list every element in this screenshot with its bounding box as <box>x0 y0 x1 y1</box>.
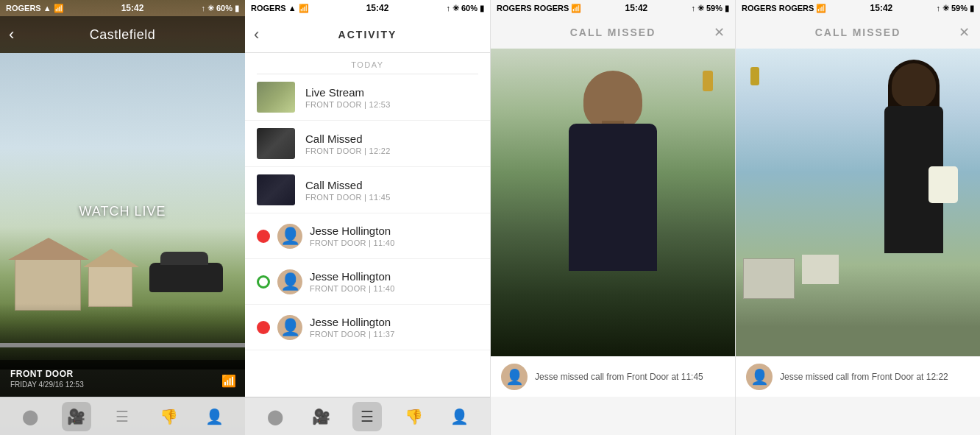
footer-msg-2: Jesse missed call from Front Door at 12:… <box>780 371 948 383</box>
activity-sub-2: FRONT DOOR | 11:45 <box>305 193 478 202</box>
activity-item-jesse-1140b[interactable]: 👤 Jesse Hollington FRONT DOOR | 11:40 <box>245 259 490 305</box>
activity-thumb-livestream <box>257 82 295 113</box>
activity-thumb-callmissed-1145 <box>257 174 295 205</box>
porch-light-2 <box>750 67 759 85</box>
tab-list[interactable]: ☰ <box>107 402 137 431</box>
activity-name-1: Call Missed <box>305 132 478 145</box>
callmissed-header-2: CALL MISSED ✕ <box>736 16 980 49</box>
callmissed-title-1: CALL MISSED <box>570 26 656 38</box>
callmissed-close-1[interactable]: ✕ <box>714 24 725 40</box>
time-display: 15:42 <box>121 3 144 13</box>
carrier-label: ROGERS <box>251 4 286 13</box>
tab-profile[interactable]: 👤 <box>200 402 230 431</box>
camera-footer: FRONT DOOR FRIDAY 4/29/16 12:53 📶 <box>0 360 245 397</box>
tab-bar-camera: ⬤ 🎥 ☰ 👎 👤 <box>0 397 245 435</box>
wifi-icon: 📶 <box>571 4 581 13</box>
activity-panel: ROGERS ▲ 📶 15:42 ↑ ✳ 60% ▮ ‹ ACTIVITY TO… <box>245 0 490 435</box>
bluetooth-icon: ✳ <box>207 4 214 13</box>
tab-thumbsdown-activity[interactable]: 👎 <box>399 402 428 431</box>
person-woman <box>870 63 958 343</box>
battery-label: 59% <box>706 4 722 13</box>
activity-sub-1: FRONT DOOR | 12:22 <box>305 146 478 155</box>
activity-name-0: Live Stream <box>305 86 478 99</box>
house-scene: WATCH LIVE <box>0 53 245 369</box>
status-bar-cm2: ROGERS ROGERS 📶 15:42 ↑ ✳ 59% ▮ <box>736 0 980 16</box>
camera-panel: ROGERS ▲ 📶 15:42 ↑ ✳ 60% ▮ ‹ Castlefield… <box>0 0 245 435</box>
camera-header: ‹ Castlefield <box>0 16 245 53</box>
carrier-label: ROGERS <box>6 4 41 13</box>
back-button[interactable]: ‹ <box>9 25 14 44</box>
avatar-icon: 👤 <box>505 368 524 386</box>
avatar-face-icon: 👤 <box>280 227 300 246</box>
tab-record-activity[interactable]: ⬤ <box>260 402 290 431</box>
battery-icon: ▮ <box>725 4 729 13</box>
porch-light <box>703 71 713 91</box>
location-arrow-icon: ↑ <box>201 4 205 13</box>
callmissed-footer-1: 👤 Jesse missed call from Front Door at 1… <box>491 356 735 397</box>
tab-camera[interactable]: 🎥 <box>62 402 91 431</box>
carrier-label: ROGERS <box>742 4 777 13</box>
tab-camera-activity[interactable]: 🎥 <box>307 402 336 431</box>
callmissed-footer-2: 👤 Jesse missed call from Front Door at 1… <box>736 356 980 397</box>
footer-avatar-2: 👤 <box>746 364 773 390</box>
bluetooth-icon: ✳ <box>452 4 459 13</box>
wifi-icon: 📶 <box>816 4 826 13</box>
bluetooth-icon: ✳ <box>942 4 949 13</box>
activity-item-jesse-1137[interactable]: 👤 Jesse Hollington FRONT DOOR | 11:37 <box>245 305 490 350</box>
bg-house-right <box>802 255 839 284</box>
car <box>149 263 223 292</box>
footer-date: FRIDAY 4/29/16 12:53 <box>10 381 245 389</box>
bluetooth-icon: ✳ <box>697 4 704 13</box>
callmissed-man-panel: ROGERS ROGERS 📶 15:42 ↑ ✳ 59% ▮ CALL MIS… <box>490 0 735 435</box>
battery-icon: ▮ <box>480 4 484 13</box>
activity-name-2: Call Missed <box>305 179 478 191</box>
watch-live-label[interactable]: WATCH LIVE <box>79 204 166 219</box>
status-bar-cm1: ROGERS ROGERS 📶 15:42 ↑ ✳ 59% ▮ <box>491 0 735 16</box>
location-arrow-icon: ↑ <box>936 4 940 13</box>
activity-list: TODAY Live Stream FRONT DOOR | 12:53 Cal… <box>245 53 490 397</box>
activity-title: ACTIVITY <box>338 29 397 40</box>
battery-label: 60% <box>461 4 477 13</box>
activity-sub-0: FRONT DOOR | 12:53 <box>305 100 478 109</box>
camera-view[interactable]: WATCH LIVE <box>0 53 245 369</box>
camera-title: Castlefield <box>90 27 156 43</box>
callmissed-close-2[interactable]: ✕ <box>959 24 970 40</box>
house-right <box>88 266 132 307</box>
activity-item-livestream[interactable]: Live Stream FRONT DOOR | 12:53 <box>245 74 490 121</box>
woman-head <box>892 63 936 107</box>
activity-sub-4: FRONT DOOR | 11:40 <box>310 284 478 293</box>
activity-item-jesse-1140a[interactable]: 👤 Jesse Hollington FRONT DOOR | 11:40 <box>245 213 490 259</box>
wifi-signal-icon: 📶 <box>221 374 236 388</box>
avatar-face-icon-2: 👤 <box>280 272 300 291</box>
time-display: 15:42 <box>870 3 893 13</box>
activity-back-button[interactable]: ‹ <box>254 25 259 44</box>
avatar-jesse-1: 👤 <box>277 224 302 249</box>
carrier-label: ROGERS <box>497 4 532 13</box>
footer-msg-1: Jesse missed call from Front Door at 11:… <box>535 371 703 383</box>
callmissed-bg-man <box>491 49 735 358</box>
footer-location: FRONT DOOR <box>10 369 245 379</box>
battery-icon: ▮ <box>235 4 239 13</box>
location-arrow-icon: ↑ <box>691 4 695 13</box>
tab-list-activity[interactable]: ☰ <box>352 402 382 431</box>
activity-item-callmissed-1222[interactable]: Call Missed FRONT DOOR | 12:22 <box>245 121 490 167</box>
man-body <box>569 124 657 271</box>
bg-house-left <box>743 258 795 299</box>
signal-icon: ▲ <box>288 4 297 13</box>
person-man <box>547 71 679 328</box>
callmissed-title-2: CALL MISSED <box>815 26 901 38</box>
tab-bar-activity: ⬤ 🎥 ☰ 👎 👤 <box>245 397 490 435</box>
avatar-icon-2: 👤 <box>750 368 769 386</box>
location-arrow-icon: ↑ <box>446 4 450 13</box>
tab-record[interactable]: ⬤ <box>15 402 45 431</box>
activity-header: ‹ ACTIVITY <box>245 16 490 53</box>
avatar-face-icon-3: 👤 <box>280 318 300 337</box>
dot-red-icon <box>257 230 270 243</box>
wifi-icon: 📶 <box>54 4 64 13</box>
tab-profile-activity[interactable]: 👤 <box>445 402 475 431</box>
activity-item-callmissed-1145[interactable]: Call Missed FRONT DOOR | 11:45 <box>245 167 490 213</box>
avatar-jesse-2: 👤 <box>277 269 302 294</box>
tab-thumbsdown[interactable]: 👎 <box>154 402 183 431</box>
battery-label: 59% <box>951 4 967 13</box>
callmissed-header-1: CALL MISSED ✕ <box>491 16 735 49</box>
